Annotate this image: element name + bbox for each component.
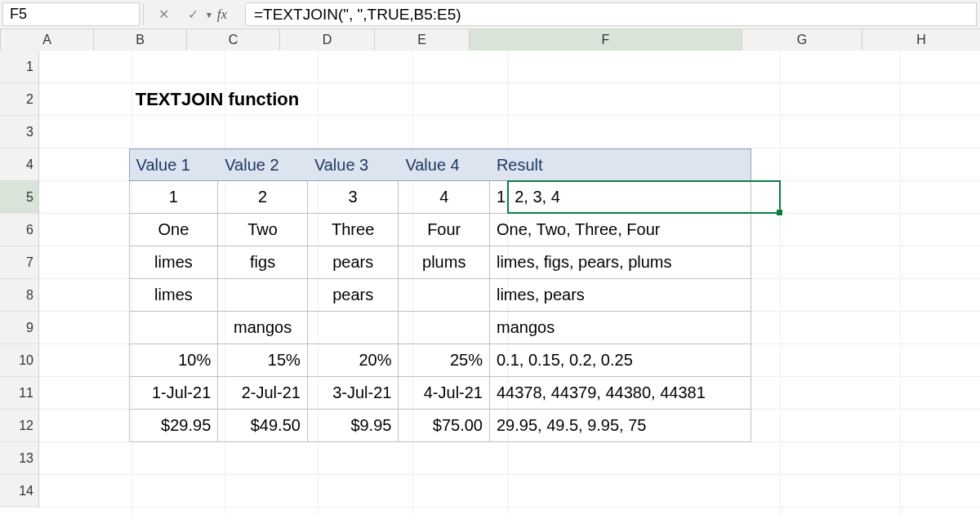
table-header-cell[interactable]: Value 3 [308, 148, 399, 181]
row-header-4[interactable]: 4 [0, 148, 39, 181]
cell[interactable]: 20% [308, 344, 399, 377]
row-header-9[interactable]: 9 [0, 312, 39, 344]
cell[interactable] [866, 116, 980, 148]
cell[interactable] [39, 51, 129, 83]
row-header-7[interactable]: 7 [0, 246, 39, 279]
cell[interactable]: limes [129, 279, 219, 312]
row-header-12[interactable]: 12 [0, 410, 39, 442]
row-header-14[interactable]: 14 [0, 475, 39, 507]
cell[interactable]: 15% [218, 344, 308, 377]
cell[interactable] [39, 83, 129, 116]
cell[interactable]: 0.1, 0.15, 0.2, 0.25 [490, 344, 751, 377]
cell[interactable] [399, 312, 490, 344]
cell[interactable]: 1, 2, 3, 4 [490, 181, 751, 214]
row-header-3[interactable]: 3 [0, 116, 39, 148]
cell[interactable] [866, 475, 980, 507]
cell[interactable] [751, 148, 866, 181]
cell[interactable] [129, 312, 219, 344]
cell[interactable] [751, 312, 866, 344]
cell[interactable]: One, Two, Three, Four [490, 214, 751, 246]
cell[interactable] [866, 181, 980, 214]
cell[interactable]: 29.95, 49.5, 9.95, 75 [490, 410, 751, 442]
table-header-cell[interactable]: Value 1 [129, 148, 219, 181]
cell[interactable] [866, 377, 980, 410]
row-header-11[interactable]: 11 [0, 377, 39, 410]
cell[interactable] [866, 442, 980, 475]
cell[interactable]: pears [308, 279, 399, 312]
cell[interactable]: 10% [129, 344, 219, 377]
cell[interactable]: $49.50 [218, 410, 308, 442]
cell[interactable] [751, 410, 866, 442]
cell[interactable]: 25% [399, 344, 490, 377]
cell[interactable] [39, 312, 129, 344]
cell[interactable] [490, 475, 751, 507]
cell[interactable]: 1-Jul-21 [129, 377, 219, 410]
cell[interactable] [866, 410, 980, 442]
cell[interactable]: 3 [308, 181, 399, 214]
cell[interactable]: Four [399, 214, 490, 246]
column-header-B[interactable]: B [94, 29, 187, 51]
cell[interactable]: 4 [399, 181, 490, 214]
cell[interactable] [129, 116, 219, 148]
cell[interactable] [308, 312, 399, 344]
cell[interactable] [866, 83, 980, 116]
cell[interactable]: limes, pears [490, 279, 751, 312]
cell[interactable]: mangos [490, 312, 751, 344]
cell[interactable] [308, 51, 399, 83]
row-header-1[interactable]: 1 [0, 51, 39, 83]
cell[interactable] [398, 83, 489, 116]
cell[interactable]: Three [308, 214, 399, 246]
cell[interactable] [751, 377, 866, 410]
cell[interactable] [751, 83, 866, 116]
title-cell[interactable]: TEXTJOIN function [129, 83, 399, 116]
cell[interactable] [39, 246, 129, 279]
cell[interactable] [399, 116, 490, 148]
cell[interactable] [751, 279, 866, 312]
cell[interactable] [39, 214, 129, 246]
cell[interactable]: One [129, 214, 219, 246]
cell[interactable] [218, 442, 308, 475]
table-header-cell[interactable]: Value 2 [218, 148, 308, 181]
cell[interactable] [489, 83, 751, 116]
enter-button[interactable]: ✓ [185, 7, 201, 23]
cell[interactable] [129, 442, 219, 475]
cell[interactable] [490, 116, 751, 148]
cell[interactable]: 1 [129, 181, 219, 214]
cell[interactable] [490, 51, 751, 83]
insert-function-button[interactable]: fx [214, 7, 230, 23]
cell[interactable] [218, 51, 308, 83]
cell[interactable] [218, 116, 308, 148]
cell[interactable] [866, 148, 980, 181]
cell[interactable] [39, 442, 129, 475]
table-header-cell[interactable]: Value 4 [399, 148, 490, 181]
cell[interactable]: $9.95 [308, 410, 399, 442]
cell[interactable]: mangos [218, 312, 308, 344]
column-header-G[interactable]: G [742, 29, 862, 51]
cell[interactable] [751, 475, 866, 507]
column-header-A[interactable]: A [1, 29, 94, 51]
cell[interactable]: 2 [218, 181, 308, 214]
cell[interactable] [308, 442, 399, 475]
cell[interactable]: limes, figs, pears, plums [490, 246, 751, 279]
row-header-6[interactable]: 6 [0, 214, 39, 246]
cell[interactable] [866, 214, 980, 246]
cell[interactable]: pears [308, 246, 399, 279]
cell[interactable]: 3-Jul-21 [308, 377, 399, 410]
cell[interactable] [39, 279, 129, 312]
column-header-C[interactable]: C [187, 29, 280, 51]
cell[interactable] [866, 279, 980, 312]
column-header-F[interactable]: F [470, 29, 742, 51]
column-header-D[interactable]: D [280, 29, 375, 51]
row-header-2[interactable]: 2 [0, 83, 39, 116]
cell[interactable] [751, 442, 866, 475]
cell[interactable] [866, 51, 980, 83]
cell[interactable] [129, 475, 219, 507]
cell[interactable] [129, 51, 219, 83]
cell[interactable] [399, 51, 490, 83]
cell[interactable] [399, 442, 490, 475]
cell[interactable] [751, 214, 866, 246]
cell[interactable] [751, 116, 866, 148]
cell[interactable]: 44378, 44379, 44380, 44381 [490, 377, 751, 410]
cell[interactable] [751, 181, 866, 214]
cell[interactable]: 4-Jul-21 [399, 377, 490, 410]
